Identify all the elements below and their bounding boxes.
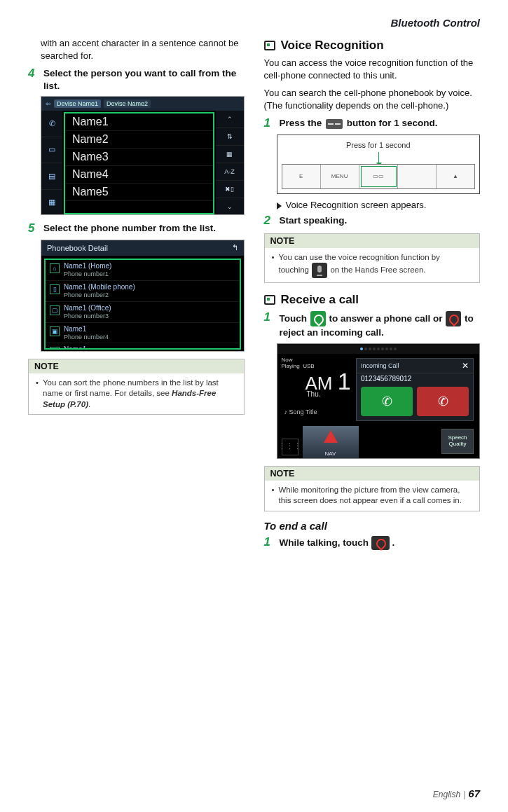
vr-step-2: 2 Start speaking.: [264, 214, 481, 228]
general-icon: ▣: [50, 326, 60, 336]
hangup-icon: [371, 536, 390, 550]
note-box: NOTE •You can use the voice recognition …: [264, 233, 481, 284]
step-number: 2: [264, 214, 274, 228]
rc-step-1: 1 Touch to answer a phone call or to rej…: [264, 311, 481, 339]
step-5: 5 Select the phone number from the list.: [28, 222, 245, 235]
speech-quality-button[interactable]: Speech Quality: [441, 429, 474, 454]
mobile-icon: ▯: [50, 284, 60, 294]
step-number: 5: [28, 222, 38, 235]
arrow-icon: [277, 202, 282, 209]
section-voice-recognition: Voice Recognition: [264, 39, 481, 53]
phone-row[interactable]: ▢Name1 (Office)Phone number3: [46, 302, 240, 323]
step-number: 1: [264, 117, 274, 130]
end-call-heading: To end a call: [264, 520, 481, 532]
step-text: Select the phone number from the list.: [43, 222, 245, 235]
scroll-down-icon[interactable]: ⌄: [216, 198, 244, 215]
note-box: NOTE •You can sort the phone numbers in …: [28, 359, 245, 415]
caller-number: 0123456789012: [357, 373, 473, 387]
answer-button[interactable]: ✆: [361, 387, 413, 416]
page-header: Bluetooth Control: [28, 17, 480, 29]
section-icon: [264, 41, 275, 50]
contact-list-screenshot: ⇦ Devise Name1 Devise Name2 ✆ ▭ ▤ ▦ Name…: [41, 96, 245, 215]
az-sort-icon[interactable]: A-Z: [216, 163, 244, 181]
nav-tile[interactable]: NAV: [303, 426, 359, 458]
note-title: NOTE: [265, 234, 480, 248]
book-icon[interactable]: ▭: [41, 137, 62, 164]
tel-button-icon: [326, 119, 343, 129]
press-label: Press for 1 second: [277, 141, 480, 149]
list-icon[interactable]: ▤: [41, 163, 62, 190]
popup-title: Incoming Call: [361, 362, 399, 369]
vr-step-1: 1 Press the button for 1 second.: [264, 117, 481, 130]
intro-continuation: with an accent character in a sentence c…: [28, 37, 245, 62]
result-line: Voice Recognition screen appears.: [264, 200, 481, 210]
note-box: NOTE •While monitoring the picture from …: [264, 466, 481, 511]
now-playing-label: NowPlaying: [282, 357, 300, 369]
step-number: 1: [264, 536, 274, 550]
device-tab[interactable]: Devise Name1: [54, 99, 101, 108]
voice-desc: You can access the voice recognition fun…: [264, 57, 481, 81]
delete-icon[interactable]: ✖▯: [216, 181, 244, 198]
panel-seg: MENU: [321, 165, 359, 188]
phonebook-detail-screenshot: Phonebook Detail ↰ ⌂Name1 (Home)Phone nu…: [41, 240, 245, 352]
contact-row[interactable]: Name5: [65, 184, 213, 201]
filter-icon[interactable]: ▦: [216, 146, 244, 163]
note-text: You can sort the phone numbers in the li…: [43, 378, 237, 411]
page-number: 67: [468, 787, 480, 799]
note-text: You can use the voice recognition functi…: [279, 252, 473, 279]
contact-row[interactable]: Name4: [65, 166, 213, 184]
grid-icon[interactable]: ▦: [41, 190, 62, 216]
panel-seg: ▲: [437, 165, 474, 188]
office-icon: ▢: [50, 305, 60, 315]
footer-language: English: [433, 790, 460, 799]
step-text: Press the button for 1 second.: [280, 117, 481, 130]
right-column: Voice Recognition You can access the voi…: [264, 37, 481, 553]
screen-title: Phonebook Detail: [47, 244, 108, 252]
back-icon[interactable]: ↰: [232, 243, 238, 252]
page-footer: English|67: [433, 787, 480, 799]
panel-seg: [398, 165, 437, 188]
answer-icon: [310, 311, 326, 326]
transfer-icon[interactable]: ⇅: [216, 128, 244, 146]
phone-row[interactable]: ⌂Name1 (Home)Phone number1: [46, 260, 240, 281]
general-icon: ▣: [50, 347, 60, 349]
panel-seg: E: [282, 165, 321, 188]
home-icon: ⌂: [50, 263, 60, 273]
contact-row[interactable]: Name3: [65, 149, 213, 166]
phone-icon[interactable]: ✆: [41, 111, 62, 137]
close-icon[interactable]: ✕: [462, 361, 469, 371]
phone-row[interactable]: ▣Name1Phone number4: [46, 323, 240, 344]
note-title: NOTE: [29, 359, 244, 373]
step-text: While talking, touch .: [280, 536, 481, 550]
reject-icon: [446, 311, 461, 326]
reject-button[interactable]: ✆: [417, 387, 469, 416]
step-text: Select the person you want to call from …: [43, 67, 245, 92]
apps-grid-icon[interactable]: ⋮⋮⋮: [282, 439, 298, 455]
step-text: Touch to answer a phone call or to rejec…: [280, 311, 481, 339]
incoming-call-screenshot: NowPlaying USB AM 1 Thu. ♪ Song Title ⋮⋮…: [277, 343, 481, 459]
step-number: 4: [28, 67, 38, 92]
contact-row[interactable]: Name2: [65, 131, 213, 149]
section-icon: [264, 295, 275, 305]
song-title: ♪ Song Title: [284, 408, 317, 415]
step-text: Start speaking.: [280, 214, 481, 228]
note-title: NOTE: [265, 467, 480, 481]
left-column: with an accent character in a sentence c…: [28, 37, 245, 553]
device-tab[interactable]: Devise Name2: [104, 99, 151, 108]
incoming-call-popup: Incoming Call✕ 0123456789012 ✆ ✆: [356, 358, 474, 421]
scroll-up-icon[interactable]: ⌃: [216, 111, 244, 128]
phone-row[interactable]: ▣Name1Phone number5: [46, 343, 240, 349]
contact-row[interactable]: Name1: [65, 113, 213, 131]
tel-panel-button[interactable]: ▭▭: [359, 165, 398, 188]
button-panel-screenshot: Press for 1 second E MENU ▭▭ ▲: [277, 135, 481, 194]
note-text: While monitoring the picture from the vi…: [279, 485, 473, 507]
end-step-1: 1 While talking, touch .: [264, 536, 481, 550]
voice-icon: [312, 263, 327, 278]
section-receive-call: Receive a call: [264, 293, 481, 307]
phone-row[interactable]: ▯Name1 (Mobile phone)Phone number2: [46, 281, 240, 302]
step-number: 1: [264, 311, 274, 339]
voice-desc2: You can search the cell-phone phonebook …: [264, 87, 481, 111]
day-label: Thu.: [307, 390, 321, 398]
step-4: 4 Select the person you want to call fro…: [28, 67, 245, 92]
